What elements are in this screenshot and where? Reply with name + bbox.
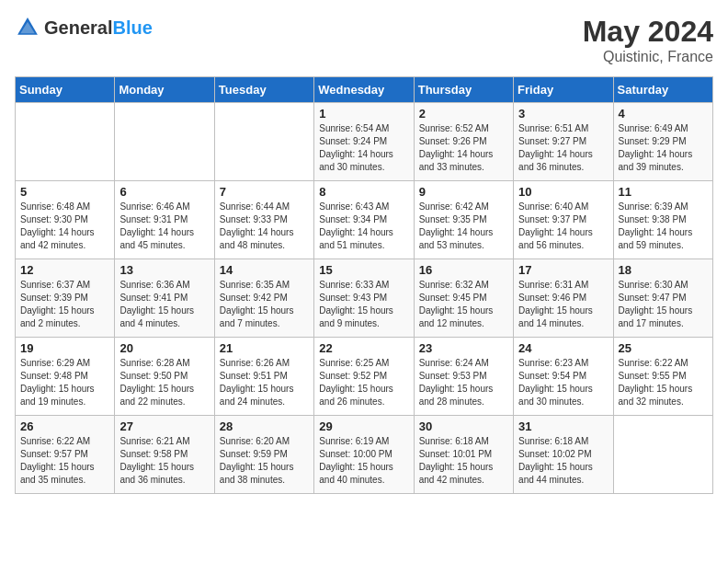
day-info: Sunrise: 6:36 AM Sunset: 9:41 PM Dayligh…	[119, 279, 209, 330]
day-number: 13	[119, 263, 209, 277]
day-info: Sunrise: 6:29 AM Sunset: 9:48 PM Dayligh…	[20, 357, 109, 408]
day-info: Sunrise: 6:23 AM Sunset: 9:54 PM Dayligh…	[518, 357, 608, 408]
day-number: 3	[518, 107, 608, 121]
day-number: 26	[20, 419, 109, 433]
day-info: Sunrise: 6:42 AM Sunset: 9:35 PM Dayligh…	[419, 201, 508, 252]
calendar-day-cell: 19Sunrise: 6:29 AM Sunset: 9:48 PM Dayli…	[16, 338, 115, 416]
weekday-header: Wednesday	[314, 77, 414, 103]
calendar-day-cell: 31Sunrise: 6:18 AM Sunset: 10:02 PM Dayl…	[514, 416, 613, 494]
day-info: Sunrise: 6:22 AM Sunset: 9:57 PM Dayligh…	[20, 435, 109, 487]
weekday-header: Thursday	[414, 77, 513, 103]
calendar-day-cell: 15Sunrise: 6:33 AM Sunset: 9:43 PM Dayli…	[314, 259, 414, 338]
day-number: 22	[319, 341, 408, 355]
day-number: 24	[518, 341, 608, 355]
weekday-header: Saturday	[613, 77, 712, 103]
calendar-day-cell: 2Sunrise: 6:52 AM Sunset: 9:26 PM Daylig…	[414, 103, 513, 181]
calendar-day-cell: 5Sunrise: 6:48 AM Sunset: 9:30 PM Daylig…	[16, 181, 115, 259]
day-info: Sunrise: 6:31 AM Sunset: 9:46 PM Dayligh…	[518, 279, 608, 330]
day-info: Sunrise: 6:48 AM Sunset: 9:30 PM Dayligh…	[20, 201, 109, 252]
calendar-day-cell: 14Sunrise: 6:35 AM Sunset: 9:42 PM Dayli…	[214, 259, 313, 338]
day-number: 25	[619, 341, 708, 355]
day-info: Sunrise: 6:21 AM Sunset: 9:58 PM Dayligh…	[119, 435, 209, 487]
calendar-week-row: 26Sunrise: 6:22 AM Sunset: 9:57 PM Dayli…	[16, 416, 713, 494]
day-info: Sunrise: 6:39 AM Sunset: 9:38 PM Dayligh…	[619, 201, 708, 252]
day-info: Sunrise: 6:18 AM Sunset: 10:01 PM Daylig…	[419, 435, 508, 487]
calendar-day-cell: 23Sunrise: 6:24 AM Sunset: 9:53 PM Dayli…	[414, 338, 513, 416]
calendar-day-cell: 25Sunrise: 6:22 AM Sunset: 9:55 PM Dayli…	[613, 338, 712, 416]
day-info: Sunrise: 6:19 AM Sunset: 10:00 PM Daylig…	[319, 435, 408, 487]
day-number: 27	[119, 419, 209, 433]
day-number: 9	[419, 185, 508, 199]
calendar-day-cell: 6Sunrise: 6:46 AM Sunset: 9:31 PM Daylig…	[115, 181, 214, 259]
calendar-day-cell: 28Sunrise: 6:20 AM Sunset: 9:59 PM Dayli…	[214, 416, 313, 494]
day-number: 29	[319, 419, 408, 433]
day-info: Sunrise: 6:30 AM Sunset: 9:47 PM Dayligh…	[619, 279, 708, 330]
calendar-day-cell: 16Sunrise: 6:32 AM Sunset: 9:45 PM Dayli…	[414, 259, 513, 338]
calendar-day-cell	[16, 103, 115, 181]
day-info: Sunrise: 6:22 AM Sunset: 9:55 PM Dayligh…	[619, 357, 708, 408]
calendar-day-cell	[613, 416, 712, 494]
day-info: Sunrise: 6:51 AM Sunset: 9:27 PM Dayligh…	[518, 122, 608, 174]
day-info: Sunrise: 6:52 AM Sunset: 9:26 PM Dayligh…	[419, 122, 508, 174]
calendar-day-cell: 26Sunrise: 6:22 AM Sunset: 9:57 PM Dayli…	[16, 416, 115, 494]
logo-blue-text: Blue	[112, 17, 152, 38]
location-text: Quistinic, France	[583, 49, 713, 65]
calendar-week-row: 12Sunrise: 6:37 AM Sunset: 9:39 PM Dayli…	[16, 259, 713, 338]
calendar-day-cell	[214, 103, 313, 181]
calendar-day-cell: 21Sunrise: 6:26 AM Sunset: 9:51 PM Dayli…	[214, 338, 313, 416]
day-number: 14	[220, 263, 309, 277]
day-info: Sunrise: 6:40 AM Sunset: 9:37 PM Dayligh…	[518, 201, 608, 252]
day-number: 16	[419, 263, 508, 277]
logo-general-text: General	[44, 17, 112, 38]
calendar-day-cell: 3Sunrise: 6:51 AM Sunset: 9:27 PM Daylig…	[514, 103, 613, 181]
month-title: May 2024	[583, 15, 713, 49]
calendar-day-cell: 13Sunrise: 6:36 AM Sunset: 9:41 PM Dayli…	[115, 259, 214, 338]
logo: GeneralBlue	[15, 15, 153, 40]
day-number: 20	[119, 341, 209, 355]
day-info: Sunrise: 6:26 AM Sunset: 9:51 PM Dayligh…	[220, 357, 309, 408]
calendar-header-row: SundayMondayTuesdayWednesdayThursdayFrid…	[16, 77, 713, 103]
day-number: 7	[220, 185, 309, 199]
day-number: 18	[619, 263, 708, 277]
calendar-day-cell: 8Sunrise: 6:43 AM Sunset: 9:34 PM Daylig…	[314, 181, 414, 259]
logo-icon	[15, 15, 40, 40]
day-number: 8	[319, 185, 408, 199]
day-number: 1	[319, 107, 408, 121]
calendar-day-cell: 7Sunrise: 6:44 AM Sunset: 9:33 PM Daylig…	[214, 181, 313, 259]
calendar-day-cell: 20Sunrise: 6:28 AM Sunset: 9:50 PM Dayli…	[115, 338, 214, 416]
day-info: Sunrise: 6:20 AM Sunset: 9:59 PM Dayligh…	[220, 435, 309, 487]
page-header: GeneralBlue May 2024 Quistinic, France	[15, 15, 713, 65]
day-info: Sunrise: 6:35 AM Sunset: 9:42 PM Dayligh…	[220, 279, 309, 330]
day-info: Sunrise: 6:32 AM Sunset: 9:45 PM Dayligh…	[419, 279, 508, 330]
day-number: 21	[220, 341, 309, 355]
day-info: Sunrise: 6:33 AM Sunset: 9:43 PM Dayligh…	[319, 279, 408, 330]
day-info: Sunrise: 6:46 AM Sunset: 9:31 PM Dayligh…	[119, 201, 209, 252]
calendar-week-row: 1Sunrise: 6:54 AM Sunset: 9:24 PM Daylig…	[16, 103, 713, 181]
calendar-day-cell	[115, 103, 214, 181]
day-number: 28	[220, 419, 309, 433]
day-number: 30	[419, 419, 508, 433]
weekday-header: Sunday	[16, 77, 115, 103]
calendar-day-cell: 29Sunrise: 6:19 AM Sunset: 10:00 PM Dayl…	[314, 416, 414, 494]
day-number: 12	[20, 263, 109, 277]
calendar-day-cell: 10Sunrise: 6:40 AM Sunset: 9:37 PM Dayli…	[514, 181, 613, 259]
day-number: 2	[419, 107, 508, 121]
calendar-day-cell: 4Sunrise: 6:49 AM Sunset: 9:29 PM Daylig…	[613, 103, 712, 181]
day-number: 17	[518, 263, 608, 277]
calendar-week-row: 19Sunrise: 6:29 AM Sunset: 9:48 PM Dayli…	[16, 338, 713, 416]
calendar-day-cell: 24Sunrise: 6:23 AM Sunset: 9:54 PM Dayli…	[514, 338, 613, 416]
day-number: 10	[518, 185, 608, 199]
calendar-day-cell: 12Sunrise: 6:37 AM Sunset: 9:39 PM Dayli…	[16, 259, 115, 338]
calendar-day-cell: 18Sunrise: 6:30 AM Sunset: 9:47 PM Dayli…	[613, 259, 712, 338]
weekday-header: Monday	[115, 77, 214, 103]
calendar-day-cell: 17Sunrise: 6:31 AM Sunset: 9:46 PM Dayli…	[514, 259, 613, 338]
calendar-day-cell: 30Sunrise: 6:18 AM Sunset: 10:01 PM Dayl…	[414, 416, 513, 494]
day-info: Sunrise: 6:54 AM Sunset: 9:24 PM Dayligh…	[319, 122, 408, 174]
calendar-table: SundayMondayTuesdayWednesdayThursdayFrid…	[15, 76, 713, 494]
day-info: Sunrise: 6:28 AM Sunset: 9:50 PM Dayligh…	[119, 357, 209, 408]
weekday-header: Tuesday	[214, 77, 313, 103]
day-number: 23	[419, 341, 508, 355]
calendar-day-cell: 1Sunrise: 6:54 AM Sunset: 9:24 PM Daylig…	[314, 103, 414, 181]
day-info: Sunrise: 6:18 AM Sunset: 10:02 PM Daylig…	[518, 435, 608, 487]
calendar-week-row: 5Sunrise: 6:48 AM Sunset: 9:30 PM Daylig…	[16, 181, 713, 259]
